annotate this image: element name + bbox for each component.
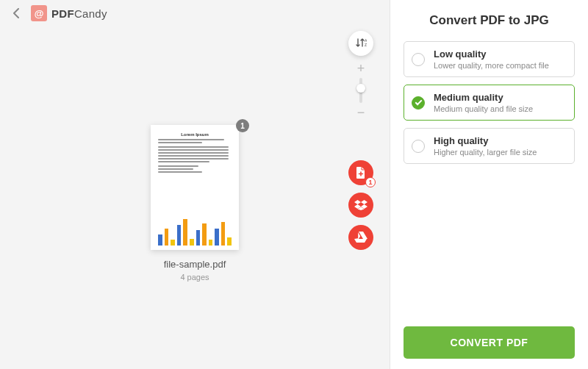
back-button[interactable] [7, 4, 25, 22]
radio-icon [412, 96, 425, 110]
google-drive-icon [354, 232, 368, 243]
radio-icon [412, 53, 425, 66]
google-drive-button[interactable] [348, 225, 373, 250]
option-subtitle: Lower quality, more compact file [434, 61, 567, 70]
panel-title: Convert PDF to JPG [404, 13, 575, 28]
pdf-thumbnail: Lorem Ipsum [151, 125, 239, 250]
brand-name: PDFCandy [51, 7, 107, 20]
chevron-left-icon [12, 8, 20, 18]
option-subtitle: Medium quality and file size [434, 104, 567, 113]
thumbnail-wrap[interactable]: Lorem Ipsum [151, 125, 239, 250]
brand-logo[interactable]: @ PDFCandy [31, 5, 107, 21]
dropbox-icon [354, 200, 368, 210]
radio-icon [412, 140, 425, 153]
file-page-count: 4 pages [180, 273, 209, 282]
side-toolbar: AZ + − 1 [348, 31, 373, 250]
file-preview: Lorem Ipsum [0, 125, 390, 282]
dropbox-button[interactable] [348, 193, 373, 218]
convert-button[interactable]: CONVERT PDF [404, 326, 575, 359]
option-subtitle: Higher quality, larger file size [434, 148, 567, 157]
sort-az-icon: AZ [355, 37, 367, 49]
page-number-badge: 1 [236, 119, 249, 132]
option-title: Medium quality [434, 92, 567, 103]
quality-options: Low quality Lower quality, more compact … [404, 41, 575, 164]
thumb-title: Lorem Ipsum [158, 132, 232, 137]
preview-pane: @ PDFCandy Lorem Ipsum [0, 0, 390, 369]
zoom-out-button[interactable]: − [354, 106, 368, 119]
file-count-badge: 1 [365, 177, 376, 187]
file-plus-icon [355, 166, 367, 179]
zoom-slider[interactable] [359, 78, 362, 103]
upload-sources: 1 [348, 160, 373, 250]
sort-button[interactable]: AZ [348, 31, 373, 56]
zoom-in-button[interactable]: + [354, 62, 368, 75]
brand-mark-icon: @ [31, 5, 47, 21]
file-name: file-sample.pdf [164, 259, 226, 270]
thumb-chart-icon [158, 218, 232, 246]
quality-option-low[interactable]: Low quality Lower quality, more compact … [404, 41, 575, 77]
option-title: Low quality [434, 49, 567, 60]
svg-text:Z: Z [365, 43, 367, 47]
quality-option-medium[interactable]: Medium quality Medium quality and file s… [404, 85, 575, 121]
zoom-handle[interactable] [356, 84, 365, 93]
header: @ PDFCandy [0, 0, 390, 26]
quality-option-high[interactable]: High quality Higher quality, larger file… [404, 128, 575, 164]
app-root: @ PDFCandy Lorem Ipsum [0, 0, 588, 369]
settings-panel: Convert PDF to JPG Low quality Lower qua… [390, 0, 588, 369]
zoom-control: + − [354, 62, 368, 119]
option-title: High quality [434, 135, 567, 146]
